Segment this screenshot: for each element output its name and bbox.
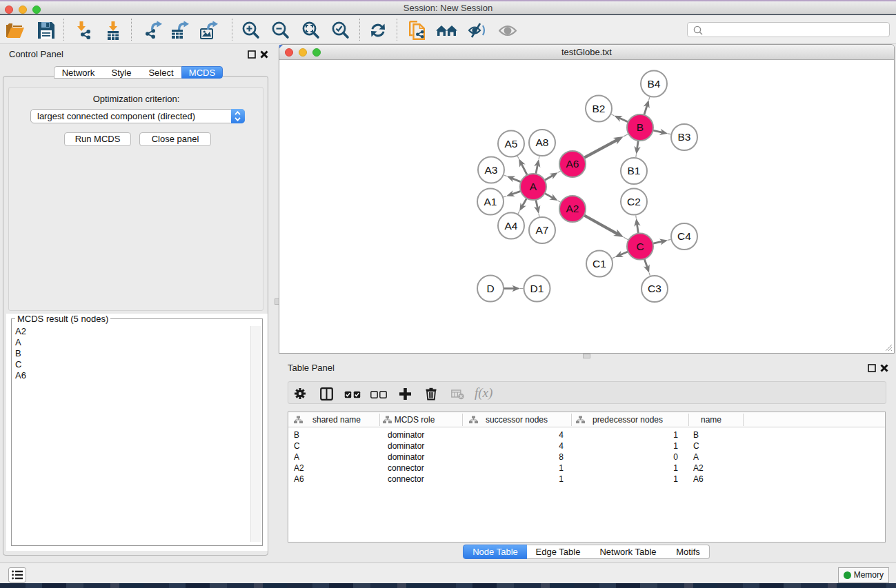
svg-text:C1: C1 [593, 258, 606, 270]
svg-text:B1: B1 [628, 165, 641, 176]
svg-text:A2: A2 [566, 203, 579, 214]
svg-text:A: A [530, 181, 537, 192]
svg-text:C2: C2 [627, 196, 641, 207]
svg-text:B4: B4 [648, 78, 661, 90]
svg-text:A1: A1 [484, 196, 497, 207]
svg-text:A7: A7 [536, 224, 549, 236]
svg-text:C3: C3 [648, 283, 661, 294]
svg-text:B3: B3 [678, 131, 691, 143]
svg-text:D1: D1 [530, 283, 544, 294]
svg-text:A5: A5 [505, 138, 518, 150]
svg-text:A8: A8 [536, 136, 549, 148]
svg-text:C4: C4 [677, 230, 691, 242]
svg-text:A6: A6 [566, 158, 579, 170]
svg-text:B2: B2 [593, 103, 606, 114]
svg-text:B: B [637, 121, 644, 133]
svg-text:A4: A4 [505, 220, 518, 232]
svg-text:D: D [486, 283, 494, 294]
svg-text:A3: A3 [485, 164, 498, 176]
svg-text:C: C [636, 241, 644, 252]
